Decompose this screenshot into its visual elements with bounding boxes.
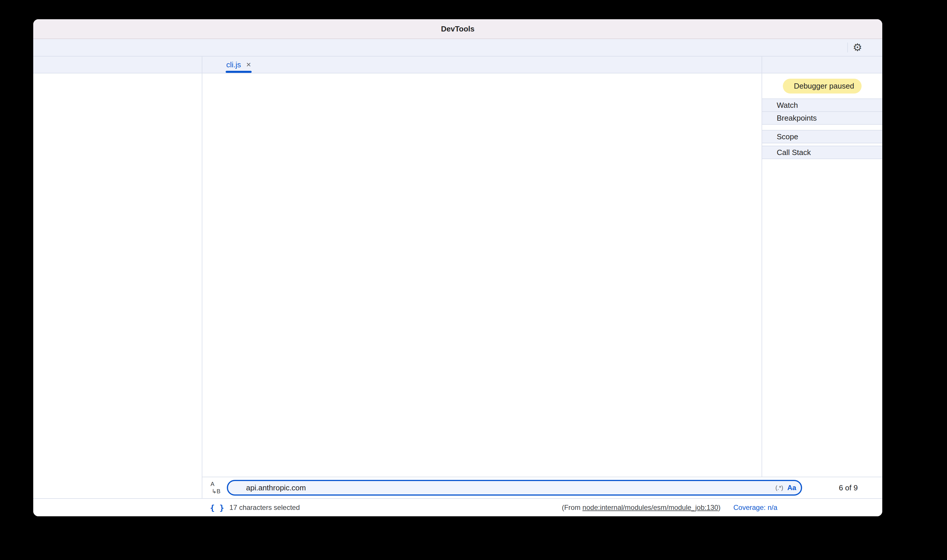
call-stack-list: [762, 159, 882, 477]
search-box: (.*) Aa: [227, 480, 802, 495]
code-editor[interactable]: [202, 74, 762, 477]
editor-tabbar: cli.js ×: [202, 57, 762, 74]
section-scope[interactable]: Scope: [762, 130, 882, 143]
toggle-navigator-icon[interactable]: [207, 58, 220, 71]
toolbar-divider: [847, 43, 848, 52]
search-bar: A↳B (.*) Aa 6 of 9: [202, 477, 882, 498]
close-window-button[interactable]: [41, 25, 48, 32]
window-title: DevTools: [33, 25, 882, 34]
regex-toggle-icon[interactable]: (.*): [776, 485, 784, 491]
close-tab-icon[interactable]: ×: [246, 60, 251, 69]
next-match-button[interactable]: [821, 482, 834, 494]
file-tree: [33, 74, 202, 75]
minimize-window-button[interactable]: [52, 25, 60, 32]
main-toolbar: ⚙: [33, 39, 882, 57]
active-tab-underline: [226, 71, 251, 73]
status-bar: { } 17 characters selected (From node:in…: [33, 498, 882, 516]
navigator-more-icon[interactable]: [185, 58, 198, 71]
navigator-tabs: [33, 57, 202, 74]
debugger-paused-badge: Debugger paused: [783, 78, 862, 94]
gear-icon[interactable]: ⚙: [851, 41, 864, 54]
clear-search-icon[interactable]: [762, 483, 772, 493]
previous-match-button[interactable]: [809, 482, 821, 494]
search-input[interactable]: [245, 483, 762, 493]
search-icon: [233, 483, 241, 492]
debugger-controls: [762, 57, 882, 74]
match-count: 6 of 9: [839, 483, 858, 492]
hide-debugger-panel-icon[interactable]: [744, 58, 757, 71]
source-origin[interactable]: (From node:internal/modules/esm/module_j…: [562, 503, 720, 512]
replace-toggle-icon[interactable]: A↳B: [209, 481, 223, 495]
zoom-window-button[interactable]: [64, 25, 71, 32]
tab-label: cli.js: [226, 60, 241, 69]
tab-cli-js[interactable]: cli.js ×: [221, 57, 256, 73]
paused-row: Debugger paused: [762, 74, 882, 98]
close-search-icon[interactable]: [863, 482, 875, 494]
match-case-toggle[interactable]: Aa: [787, 484, 796, 492]
section-call-stack[interactable]: Call Stack: [762, 146, 882, 159]
titlebar: DevTools: [33, 19, 882, 39]
selection-info: 17 characters selected: [230, 503, 300, 512]
coverage-link[interactable]: Coverage: n/a: [733, 503, 777, 512]
paused-label: Debugger paused: [794, 82, 854, 91]
scope-body: [762, 143, 882, 146]
devtools-window: DevTools ⚙ c: [33, 19, 882, 516]
navigator-sidebar: [33, 57, 202, 498]
section-breakpoints[interactable]: Breakpoints: [762, 112, 882, 125]
breakpoints-body: [762, 125, 882, 130]
debugger-panel: Debugger paused Watch Breakpoints S: [762, 57, 882, 477]
editor-pane: cli.js ×: [202, 57, 762, 477]
kebab-menu-icon[interactable]: [864, 41, 878, 54]
section-watch[interactable]: Watch: [762, 98, 882, 112]
pretty-print-icon[interactable]: { }: [210, 503, 224, 512]
